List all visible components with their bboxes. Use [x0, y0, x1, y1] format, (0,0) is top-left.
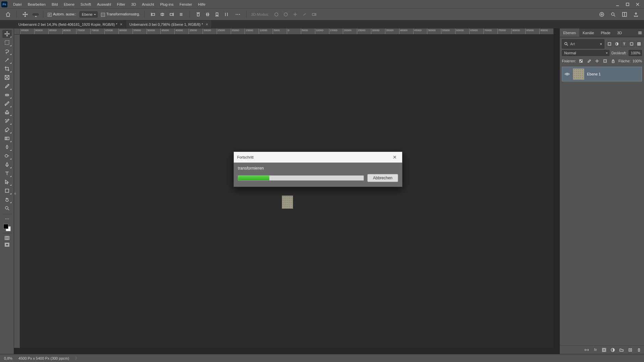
align-bottom-button[interactable]: [213, 10, 221, 18]
vertical-ruler[interactable]: 0: [14, 35, 20, 348]
menu-ansicht[interactable]: Ansicht: [139, 0, 157, 8]
new-group-button[interactable]: [619, 347, 625, 353]
align-more-button[interactable]: [177, 10, 185, 18]
marquee-tool[interactable]: [2, 39, 12, 47]
workspace-button[interactable]: [621, 10, 629, 18]
filter-type-button[interactable]: [621, 41, 627, 47]
menu-hilfe[interactable]: Hilfe: [195, 0, 208, 8]
cloud-docs-button[interactable]: [598, 10, 606, 18]
cancel-button[interactable]: Abbrechen: [367, 174, 398, 182]
menu-bearbeiten[interactable]: Bearbeiten: [25, 0, 49, 8]
mode-3d-slide-button[interactable]: [301, 10, 309, 18]
doc-info-chevron-icon[interactable]: 〉: [75, 356, 79, 361]
distribute-more-button[interactable]: [222, 10, 230, 18]
screen-mode-button[interactable]: [3, 242, 11, 248]
align-center-v-button[interactable]: [204, 10, 212, 18]
mode-3d-pan-button[interactable]: [291, 10, 299, 18]
filter-smart-button[interactable]: [636, 41, 642, 47]
eyedropper-tool[interactable]: [2, 82, 12, 90]
menu-auswahl[interactable]: Auswahl: [94, 0, 114, 8]
doc-info[interactable]: 4500 Px x 5400 Px (300 ppcm): [18, 356, 69, 360]
layer-name[interactable]: Ebene 1: [587, 72, 601, 76]
menu-bild[interactable]: Bild: [49, 0, 61, 8]
edit-toolbar-button[interactable]: [3, 216, 11, 222]
mode-3d-camera-button[interactable]: [310, 10, 318, 18]
filter-shape-button[interactable]: [629, 41, 635, 47]
blend-mode-dropdown[interactable]: Normal: [562, 50, 609, 56]
align-center-h-button[interactable]: [158, 10, 166, 18]
new-adjustment-button[interactable]: [610, 347, 616, 353]
horizontal-ruler[interactable]: 9500090000850008000075000700006500060000…: [20, 28, 553, 35]
doc-tab-1[interactable]: Unbenannt-3 bei 0,796% (Ebene 1, RGB/8) …: [126, 20, 212, 28]
pen-tool[interactable]: [2, 161, 12, 169]
new-layer-button[interactable]: [627, 347, 633, 353]
align-top-button[interactable]: [194, 10, 202, 18]
path-select-tool[interactable]: [2, 178, 12, 186]
link-layers-button[interactable]: [584, 347, 590, 353]
shape-tool[interactable]: [2, 187, 12, 195]
dialog-close-button[interactable]: ✕: [391, 155, 399, 160]
ruler-origin[interactable]: [14, 28, 20, 35]
dialog-title-bar[interactable]: Fortschritt ✕: [234, 152, 402, 163]
blur-tool[interactable]: [2, 143, 12, 151]
lasso-tool[interactable]: [2, 47, 12, 55]
opacity-value[interactable]: 100%: [629, 50, 642, 56]
menu-schrift[interactable]: Schrift: [77, 0, 94, 8]
move-tool[interactable]: [2, 30, 12, 38]
panel-tab-3d[interactable]: 3D: [614, 28, 625, 37]
tab-close-button[interactable]: ×: [206, 22, 208, 26]
add-mask-button[interactable]: [601, 347, 607, 353]
lock-transparency-button[interactable]: [578, 58, 584, 64]
search-button[interactable]: [609, 10, 617, 18]
delete-layer-button[interactable]: [636, 347, 642, 353]
lock-position-button[interactable]: [594, 58, 600, 64]
lock-all-button[interactable]: [610, 58, 616, 64]
more-options-button[interactable]: [234, 10, 242, 18]
filter-adjust-button[interactable]: [614, 41, 620, 47]
panel-menu-button[interactable]: [636, 28, 644, 37]
share-button[interactable]: [632, 10, 640, 18]
home-button[interactable]: [4, 10, 12, 18]
color-swatch[interactable]: [3, 224, 11, 231]
menu-filter[interactable]: Filter: [114, 0, 128, 8]
menu-datei[interactable]: Datei: [10, 0, 25, 8]
history-brush-tool[interactable]: [2, 117, 12, 125]
align-right-button[interactable]: [168, 10, 176, 18]
panel-tab-pfade[interactable]: Pfade: [597, 28, 614, 37]
brush-tool[interactable]: [2, 100, 12, 108]
lock-pixels-button[interactable]: [586, 58, 592, 64]
hand-tool[interactable]: [2, 195, 12, 203]
canvas-area[interactable]: 9500090000850008000075000700006500060000…: [14, 28, 559, 354]
layer-filter-type-dropdown[interactable]: Art ▾: [562, 39, 604, 49]
stamp-tool[interactable]: [2, 108, 12, 116]
magic-wand-tool[interactable]: [2, 56, 12, 64]
canvas[interactable]: [20, 35, 553, 348]
layer-visibility-toggle[interactable]: [564, 72, 570, 76]
menu-plug-ins[interactable]: Plug-ins: [157, 0, 176, 8]
eraser-tool[interactable]: [2, 126, 12, 134]
window-close-button[interactable]: [633, 0, 643, 8]
tab-close-button[interactable]: ×: [120, 22, 122, 26]
fill-value[interactable]: 100%: [633, 59, 642, 63]
move-tool-icon[interactable]: [21, 10, 29, 18]
gradient-tool[interactable]: [2, 134, 12, 142]
window-restore-button[interactable]: [623, 0, 633, 8]
quick-mask-button[interactable]: [3, 235, 11, 241]
menu-fenster[interactable]: Fenster: [176, 0, 195, 8]
window-minimize-button[interactable]: [612, 0, 623, 8]
frame-tool[interactable]: [2, 73, 12, 81]
crop-tool[interactable]: [2, 65, 12, 73]
mode-3d-orbit-button[interactable]: [272, 10, 280, 18]
layer-row[interactable]: Ebene 1: [562, 67, 642, 81]
placed-image[interactable]: [282, 195, 293, 209]
panel-tab-kanäle[interactable]: Kanäle: [579, 28, 597, 37]
auto-select-checkbox[interactable]: Autom. ausw.:: [48, 12, 76, 16]
tool-preset-dropdown[interactable]: [33, 13, 39, 15]
align-left-button[interactable]: [149, 10, 157, 18]
transform-controls-checkbox[interactable]: Transformationsstrg.: [101, 12, 140, 16]
filter-pixel-button[interactable]: [606, 41, 612, 47]
panel-tab-ebenen[interactable]: Ebenen: [560, 28, 579, 37]
healing-tool[interactable]: [2, 91, 12, 99]
auto-select-target-dropdown[interactable]: Ebene: [79, 11, 98, 17]
zoom-tool[interactable]: [2, 204, 12, 212]
